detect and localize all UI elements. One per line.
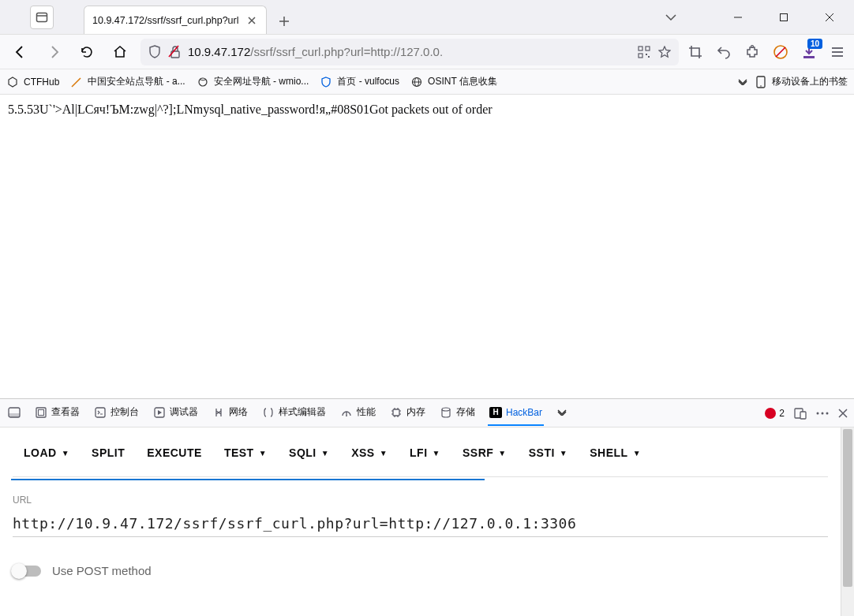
hb-execute-button[interactable]: EXECUTE	[136, 440, 213, 465]
close-tab-button[interactable]	[245, 14, 258, 27]
mobile-bookmarks[interactable]: 移动设备上的书签	[755, 75, 848, 88]
noscript-icon[interactable]	[772, 43, 789, 61]
crop-icon[interactable]	[687, 43, 704, 61]
forward-icon	[47, 45, 61, 59]
tab-inspector[interactable]: 查看器	[33, 399, 81, 427]
hb-lfi-button[interactable]: LFI▼	[399, 440, 451, 465]
svg-point-11	[751, 45, 754, 47]
devtools-right: 2	[765, 407, 848, 420]
home-icon	[113, 45, 127, 59]
hb-url-input[interactable]	[13, 510, 828, 537]
svg-rect-3	[781, 13, 788, 21]
hb-xss-button[interactable]: XSS▼	[340, 440, 399, 465]
bookmark-star-icon[interactable]	[657, 44, 672, 60]
recent-tabs-button[interactable]	[30, 6, 54, 29]
bookmark-wmio[interactable]: 安全网址导航 - wmio...	[197, 75, 309, 88]
svg-line-13	[776, 47, 785, 57]
close-window-button[interactable]	[811, 5, 848, 30]
tabs-overflow[interactable]	[555, 403, 569, 424]
svg-point-34	[817, 412, 819, 414]
hb-ssrf-button[interactable]: SSRF▼	[451, 440, 518, 465]
devtools-tabs: 查看器 控制台 调试器 网络 样式编辑器 性能 内存 存储 HHackBar 2	[0, 399, 854, 427]
tab-performance[interactable]: 性能	[339, 399, 377, 427]
minimize-icon	[733, 13, 743, 22]
close-icon	[248, 17, 256, 24]
sword-icon	[70, 76, 83, 88]
bookmark-label: 安全网址导航 - wmio...	[214, 75, 309, 88]
bookmark-label: CTFHub	[24, 77, 59, 88]
svg-rect-6	[639, 47, 642, 50]
extensions-icon[interactable]	[744, 43, 761, 61]
bookmark-cn-security[interactable]: 中国安全站点导航 - a...	[70, 75, 185, 88]
forward-button[interactable]	[41, 39, 66, 65]
error-dot-icon	[765, 408, 776, 419]
svg-rect-8	[639, 54, 642, 58]
hb-load-button[interactable]: LOAD▼	[13, 440, 81, 465]
devtools-scrollbar[interactable]	[841, 427, 854, 616]
error-indicator[interactable]: 2	[765, 408, 785, 419]
tab-title: 10.9.47.172/ssrf/ssrf_curl.php?url	[92, 15, 239, 26]
back-button[interactable]	[8, 39, 33, 65]
responsive-mode-button[interactable]	[794, 407, 807, 420]
page-content: 5.5.53U`'>Al|LCяч!ЪM:zwg|^?];LNmysql_nat…	[0, 95, 854, 398]
bookmarks-overflow[interactable]	[737, 79, 748, 85]
bookmark-label: 中国安全站点导航 - a...	[88, 75, 185, 88]
bookmark-label: 首页 - vulfocus	[337, 75, 399, 88]
tab-memory[interactable]: 内存	[388, 399, 427, 427]
home-button[interactable]	[107, 39, 133, 65]
hackbar-panel: LOAD▼ SPLIT EXECUTE TEST▼ SQLI▼ XSS▼ LFI…	[0, 427, 841, 616]
hb-url-label: URL	[13, 495, 828, 506]
url-text: 10.9.47.172/ssrf/ssrf_curl.php?url=http:…	[188, 45, 631, 58]
site-icon	[197, 76, 209, 88]
undo-icon[interactable]	[715, 43, 732, 61]
shield-icon[interactable]	[147, 44, 163, 60]
svg-point-22	[760, 85, 762, 87]
bookmark-label: OSINT 信息收集	[428, 75, 497, 88]
svg-point-35	[822, 412, 824, 414]
bookmark-vulfocus[interactable]: 首页 - vulfocus	[320, 75, 399, 88]
devtools-close-button[interactable]	[838, 409, 848, 418]
devtools-menu-button[interactable]	[816, 412, 829, 415]
tab-style[interactable]: 样式编辑器	[260, 399, 328, 427]
toolbar-right: 10	[687, 43, 846, 61]
hb-post-toggle[interactable]	[13, 566, 41, 577]
download-badge: 10	[807, 39, 822, 49]
cube-icon	[6, 76, 19, 88]
hackbar-actions: LOAD▼ SPLIT EXECUTE TEST▼ SQLI▼ XSS▼ LFI…	[13, 434, 828, 476]
hb-shell-button[interactable]: SHELL▼	[579, 440, 652, 465]
hb-sqli-button[interactable]: SQLI▼	[278, 440, 340, 465]
reload-button[interactable]	[74, 39, 99, 65]
svg-point-17	[199, 78, 207, 86]
hb-ssti-button[interactable]: SSTI▼	[518, 440, 579, 465]
titlebar-right	[660, 5, 854, 30]
browser-tab[interactable]: 10.9.47.172/ssrf/ssrf_curl.php?url	[84, 6, 267, 34]
nav-toolbar: 10.9.47.172/ssrf/ssrf_curl.php?url=http:…	[0, 35, 854, 69]
new-tab-button[interactable]	[272, 9, 297, 34]
tab-network[interactable]: 网络	[211, 399, 249, 427]
plus-icon	[279, 16, 290, 27]
bookmark-osint[interactable]: OSINT 信息收集	[410, 75, 497, 88]
dock-side-button[interactable]	[6, 400, 22, 427]
tab-hackbar[interactable]: HHackBar	[488, 401, 544, 426]
tab-strip: 10.9.47.172/ssrf/ssrf_curl.php?url	[84, 0, 660, 34]
tab-debugger[interactable]: 调试器	[152, 399, 200, 427]
svg-rect-10	[648, 56, 650, 58]
svg-point-36	[826, 412, 829, 414]
menu-button[interactable]	[829, 43, 846, 61]
hb-split-button[interactable]: SPLIT	[81, 440, 136, 465]
svg-rect-24	[9, 413, 20, 417]
insecure-icon[interactable]	[167, 44, 183, 60]
tab-console[interactable]: 控制台	[92, 399, 140, 427]
qr-icon[interactable]	[636, 44, 652, 60]
bookmark-ctfhub[interactable]: CTFHub	[6, 76, 59, 88]
globe-icon	[410, 76, 423, 88]
devtools-panel: 查看器 控制台 调试器 网络 样式编辑器 性能 内存 存储 HHackBar 2…	[0, 398, 854, 616]
maximize-button[interactable]	[766, 5, 802, 30]
minimize-button[interactable]	[720, 5, 756, 30]
url-bar[interactable]: 10.9.47.172/ssrf/ssrf_curl.php?url=http:…	[140, 39, 679, 65]
download-icon[interactable]: 10	[800, 43, 818, 61]
svg-point-29	[346, 415, 347, 416]
tab-list-button[interactable]	[660, 6, 682, 28]
tab-storage[interactable]: 存储	[438, 399, 477, 427]
hb-test-button[interactable]: TEST▼	[213, 440, 278, 465]
